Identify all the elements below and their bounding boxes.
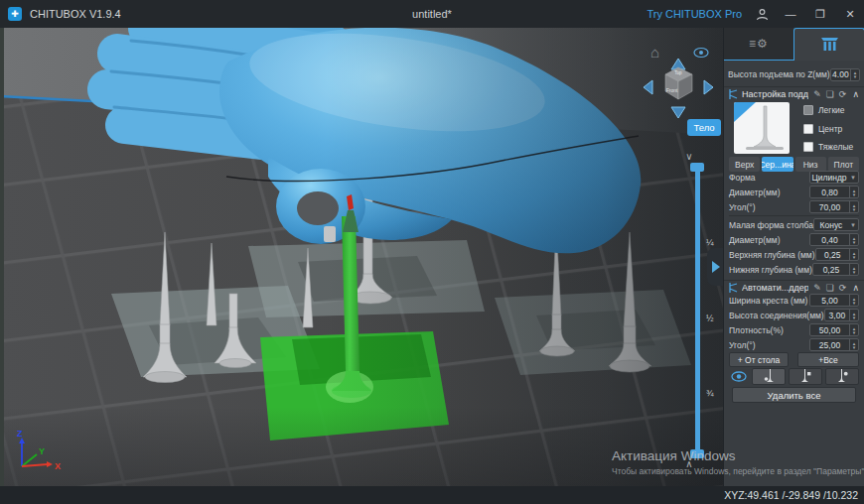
slider-label-half: ½ (706, 314, 714, 323)
auto-support-header: Автомати...ддержка: ✎ ❏ ⟳ ∧ (724, 280, 864, 294)
add-all-button[interactable]: +Все (797, 352, 859, 367)
weight-option-heavy[interactable]: Тяжелые (803, 141, 853, 153)
delete-support-mode-button[interactable] (825, 368, 859, 385)
delete-support-icon (837, 369, 848, 383)
edit-support-icon (800, 369, 811, 383)
support-flag-icon (729, 89, 738, 99)
delete-all-button[interactable]: Удалить все (732, 387, 856, 403)
support-pillars-icon (821, 38, 838, 53)
edit-icon[interactable]: ✎ (813, 283, 821, 293)
edit-icon[interactable]: ✎ (813, 89, 821, 99)
maximize-button[interactable]: ❐ (812, 8, 828, 21)
slider-chevron-top: ∨ (685, 151, 692, 162)
svg-text:Z: Z (17, 429, 23, 439)
slider-handle-top[interactable] (690, 163, 704, 172)
svg-text:X: X (55, 461, 61, 471)
weight-option-light[interactable]: Легкие (803, 104, 845, 116)
support-panel: ≡⚙ Высота подъема по Z(мм) 4.00 ▴▾ (723, 28, 864, 486)
add-from-plate-button[interactable]: + От стола (729, 352, 789, 367)
slider-handle-bottom[interactable] (690, 449, 704, 458)
settings-list-gear-icon: ≡⚙ (749, 37, 769, 51)
svg-text:Front: Front (666, 87, 678, 93)
auto-support-title: Автомати...ддержка: (742, 283, 808, 293)
reset-icon[interactable]: ⟳ (839, 89, 847, 99)
tab-middle[interactable]: Сер...ина (762, 157, 792, 172)
title-bar: ✚ CHITUBOX V1.9.4 untitled* Try CHITUBOX… (0, 0, 864, 28)
collapse-icon[interactable]: ∧ (852, 89, 859, 99)
account-icon[interactable] (756, 8, 769, 21)
support-settings-title: Настройка поддержки: (742, 89, 808, 99)
z-lift-spinner[interactable]: 4.00 ▴▾ (830, 68, 860, 81)
eye-icon (731, 371, 747, 382)
body-badge[interactable]: Тело (687, 119, 721, 136)
center-checkbox[interactable] (803, 124, 813, 134)
collapse-icon[interactable]: ∧ (852, 283, 859, 293)
support-flag-icon (729, 283, 738, 293)
dropdown-arrow-icon: ▾ (848, 221, 858, 229)
shape-dropdown[interactable]: Цилиндр ▾ (809, 171, 859, 184)
angle-spinner[interactable]: 70,00 ▴▾ (809, 200, 859, 213)
tab-bottom[interactable]: Низ (795, 157, 826, 172)
add-support-icon (764, 369, 775, 383)
support-part-tabs: Верх Сер...ина Низ Плот (729, 157, 859, 172)
support-preview-thumbnail (734, 102, 790, 154)
chitubox-window: ✚ CHITUBOX V1.9.4 untitled* Try CHITUBOX… (0, 0, 864, 504)
cursor-coordinates: XYZ:49.461 /-29.849 /10.232 (724, 489, 858, 501)
tab-raft[interactable]: Плот (828, 157, 859, 172)
density-spinner[interactable]: 50,00 ▴▾ (809, 323, 859, 336)
svg-text:Y: Y (39, 446, 45, 456)
reset-icon[interactable]: ⟳ (839, 283, 847, 293)
small-pillar-shape-dropdown[interactable]: Конус ▾ (813, 218, 859, 231)
home-view-icon[interactable]: ⌂ (650, 44, 659, 61)
document-title: untitled* (412, 8, 452, 20)
close-button[interactable]: ✕ (842, 8, 858, 21)
app-title: CHITUBOX V1.9.4 (30, 8, 121, 20)
heavy-checkbox[interactable] (803, 142, 813, 152)
minimize-button[interactable]: — (783, 8, 798, 20)
support-nub (324, 226, 336, 242)
edit-support-mode-button[interactable] (789, 368, 822, 385)
status-bar: XYZ:49.461 /-29.849 /10.232 (0, 486, 864, 504)
slider-chevron-bottom: ∧ (685, 458, 692, 469)
slider-label-threequarter: ¾ (706, 388, 714, 398)
tab-top[interactable]: Верх (729, 157, 760, 172)
viewport-3d[interactable]: ⌂ Top Front Тело ∨ (0, 28, 723, 486)
svg-text:Тело: Тело (693, 122, 714, 133)
try-pro-link[interactable]: Try CHITUBOX Pro (647, 8, 742, 20)
light-checkbox[interactable] (803, 105, 813, 115)
lower-depth-spinner[interactable]: 0,25 ▴▾ (812, 263, 859, 276)
support-settings-header: Настройка поддержки: ✎ ❏ ⟳ ∧ (724, 86, 864, 100)
connection-height-spinner[interactable]: 3,00 ▴▾ (824, 309, 859, 321)
slider-track (695, 167, 700, 454)
small-diameter-spinner[interactable]: 0,40 ▴▾ (809, 233, 859, 246)
tab-settings[interactable]: ≡⚙ (724, 28, 793, 61)
slider-label-quarter: ¼ (706, 237, 714, 247)
panel-expand-tab[interactable] (707, 248, 723, 286)
diameter-spinner[interactable]: 0,80 ▴▾ (809, 186, 859, 198)
copy-icon[interactable]: ❏ (826, 283, 834, 293)
add-support-mode-button[interactable] (752, 368, 786, 385)
cross-width-spinner[interactable]: 5,00 ▴▾ (809, 294, 859, 307)
z-lift-label: Высота подъема по Z(мм) (728, 69, 830, 79)
upper-depth-spinner[interactable]: 0,25 ▴▾ (815, 248, 859, 261)
show-supports-toggle[interactable] (729, 371, 749, 382)
svg-text:Top: Top (674, 70, 682, 75)
copy-icon[interactable]: ❏ (826, 89, 834, 99)
weight-option-center[interactable]: Центр (803, 123, 842, 135)
tab-support[interactable] (793, 28, 864, 61)
auto-angle-spinner[interactable]: 25,00 ▴▾ (809, 338, 859, 351)
dropdown-arrow-icon: ▾ (848, 174, 858, 182)
app-logo-icon: ✚ (8, 7, 22, 21)
